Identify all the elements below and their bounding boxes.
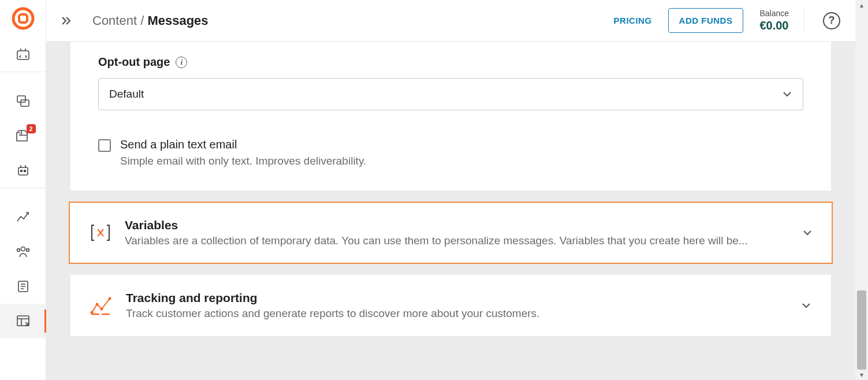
balance-display: Balance €0.00 [759, 9, 804, 32]
svg-rect-3 [17, 96, 25, 102]
layout-icon [16, 314, 31, 329]
add-funds-button[interactable]: ADD FUNDS [668, 8, 744, 33]
svg-point-7 [24, 170, 25, 172]
sidebar-item-embed[interactable] [0, 37, 46, 72]
analytics-icon [16, 210, 31, 225]
brand-logo-icon [12, 7, 35, 30]
plain-text-checkbox[interactable] [98, 139, 111, 152]
tracking-desc: Track customer actions and generate repo… [126, 307, 783, 320]
svg-point-16 [109, 297, 111, 300]
chevron-down-icon [782, 89, 792, 99]
svg-rect-1 [19, 14, 27, 23]
rail-divider-2 [0, 188, 46, 188]
sidebar-item-bot[interactable] [0, 153, 46, 188]
sidebar-item-conversations[interactable] [0, 84, 46, 118]
breadcrumb-separator: / [137, 13, 147, 28]
variables-icon [89, 221, 112, 244]
sidebar-item-docs[interactable] [0, 269, 46, 304]
tracking-icon [90, 294, 113, 317]
expand-rail-button[interactable] [58, 14, 75, 27]
svg-rect-2 [17, 51, 29, 59]
settings-card: Opt-out page i Default Send a plain text… [70, 42, 831, 191]
sidebar-item-people[interactable] [0, 234, 46, 269]
balance-label: Balance [759, 9, 789, 18]
variables-accordion[interactable]: Variables Variables are a collection of … [69, 202, 832, 263]
sidebar-item-inbox[interactable]: 2 [0, 118, 46, 153]
page-scrollbar[interactable]: ▴ ▾ [855, 0, 868, 380]
scroll-thumb[interactable] [857, 290, 866, 370]
optout-select-value: Default [109, 88, 144, 100]
svg-point-8 [21, 247, 25, 251]
pricing-link[interactable]: PRICING [614, 16, 652, 25]
conversations-icon [16, 94, 31, 109]
svg-point-10 [26, 249, 29, 252]
svg-point-6 [20, 170, 22, 172]
variables-desc: Variables are a collection of temporary … [125, 234, 784, 247]
plain-text-help: Simple email with only text. Improves de… [120, 155, 366, 167]
rail-divider [0, 72, 46, 72]
embed-icon [16, 47, 31, 62]
breadcrumb-current: Messages [147, 13, 208, 28]
people-icon [16, 244, 31, 259]
optout-label: Opt-out page [98, 55, 170, 69]
tracking-chevron-icon [801, 300, 811, 311]
plain-text-label: Send a plain text email [120, 138, 366, 151]
plain-text-row: Send a plain text email Simple email wit… [98, 138, 803, 167]
chevrons-right-icon [60, 14, 73, 27]
left-rail: 2 [0, 0, 46, 380]
content-area: Opt-out page i Default Send a plain text… [46, 42, 855, 380]
svg-rect-5 [18, 167, 28, 175]
sidebar-item-analytics[interactable] [0, 200, 46, 234]
scroll-up-arrow-icon[interactable]: ▴ [856, 0, 867, 10]
svg-point-0 [13, 9, 33, 28]
variables-chevron-icon [802, 228, 813, 238]
breadcrumb-parent[interactable]: Content [92, 13, 137, 28]
docs-icon [16, 279, 31, 294]
svg-point-9 [17, 249, 20, 252]
brand-logo[interactable] [0, 0, 46, 37]
optout-select[interactable]: Default [98, 78, 803, 110]
svg-point-14 [96, 303, 99, 306]
scroll-down-arrow-icon[interactable]: ▾ [856, 370, 867, 380]
variables-title: Variables [125, 218, 784, 232]
question-icon: ? [829, 14, 835, 27]
sidebar-item-layout[interactable] [0, 304, 46, 338]
tracking-title: Tracking and reporting [126, 291, 783, 305]
bot-icon [16, 163, 31, 178]
balance-value: €0.00 [759, 18, 789, 32]
top-bar: Content / Messages PRICING ADD FUNDS Bal… [46, 0, 855, 42]
inbox-badge: 2 [27, 124, 36, 133]
breadcrumb: Content / Messages [92, 13, 208, 28]
help-button[interactable]: ? [823, 12, 840, 29]
optout-info-icon[interactable]: i [176, 57, 187, 68]
scroll-track[interactable] [855, 10, 868, 370]
svg-rect-4 [21, 100, 29, 106]
tracking-accordion[interactable]: Tracking and reporting Track customer ac… [70, 275, 831, 336]
svg-point-15 [100, 308, 103, 311]
